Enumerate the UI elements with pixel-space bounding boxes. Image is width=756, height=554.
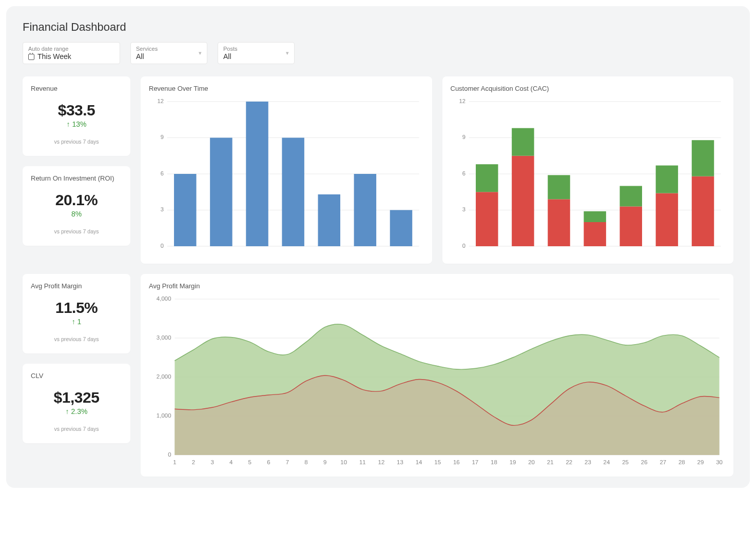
date-range-label: Auto date range bbox=[28, 46, 114, 52]
kpi-delta: ↑ 13% bbox=[31, 120, 122, 128]
svg-text:6: 6 bbox=[267, 459, 270, 465]
svg-text:6: 6 bbox=[161, 170, 164, 176]
svg-text:12: 12 bbox=[158, 98, 164, 104]
svg-rect-13 bbox=[282, 137, 304, 246]
svg-text:2: 2 bbox=[192, 459, 195, 465]
svg-text:0: 0 bbox=[161, 243, 164, 248]
kpi-value: 20.1% bbox=[31, 191, 122, 209]
services-filter[interactable]: Services All ▾ bbox=[130, 42, 207, 64]
svg-text:12: 12 bbox=[459, 98, 466, 104]
kpi-margin: Avg Profit Margin 11.5% ↑ 1 vs previous … bbox=[23, 274, 130, 353]
svg-rect-27 bbox=[476, 192, 498, 246]
svg-text:1: 1 bbox=[173, 459, 176, 465]
svg-rect-15 bbox=[354, 174, 376, 246]
svg-text:0: 0 bbox=[168, 451, 171, 457]
date-range-value: This Week bbox=[37, 52, 71, 61]
svg-text:9: 9 bbox=[462, 134, 465, 140]
svg-text:29: 29 bbox=[697, 459, 704, 465]
svg-text:13: 13 bbox=[397, 459, 403, 465]
svg-rect-38 bbox=[655, 165, 677, 193]
svg-text:2,000: 2,000 bbox=[157, 373, 171, 379]
kpi-title: CLV bbox=[31, 372, 122, 380]
svg-text:11: 11 bbox=[359, 459, 366, 465]
svg-text:19: 19 bbox=[510, 459, 516, 465]
svg-text:26: 26 bbox=[641, 459, 648, 465]
svg-rect-40 bbox=[691, 140, 713, 176]
svg-rect-31 bbox=[548, 199, 570, 246]
svg-text:10: 10 bbox=[340, 459, 347, 465]
chart-title: Customer Acquisition Cost (CAC) bbox=[451, 85, 726, 92]
svg-text:4: 4 bbox=[229, 459, 232, 465]
kpi-column-bottom: Avg Profit Margin 11.5% ↑ 1 vs previous … bbox=[23, 274, 130, 477]
kpi-title: Revenue bbox=[31, 85, 122, 92]
svg-text:20: 20 bbox=[528, 459, 535, 465]
svg-rect-37 bbox=[655, 193, 677, 246]
svg-text:24: 24 bbox=[604, 459, 610, 465]
svg-text:28: 28 bbox=[679, 459, 685, 465]
chart-title: Revenue Over Time bbox=[149, 85, 424, 92]
svg-text:27: 27 bbox=[660, 459, 666, 465]
svg-rect-32 bbox=[548, 175, 570, 199]
services-label: Services bbox=[136, 46, 202, 52]
svg-text:3: 3 bbox=[161, 207, 164, 212]
kpi-delta: ↑ 2.3% bbox=[31, 407, 122, 416]
kpi-value: 11.5% bbox=[31, 299, 122, 316]
svg-text:21: 21 bbox=[547, 459, 554, 465]
kpi-value: $33.5 bbox=[31, 102, 122, 119]
chart-revenue-over-time: Revenue Over Time 036912 bbox=[141, 76, 432, 264]
chart-canvas: 036912 bbox=[451, 96, 726, 255]
chevron-down-icon: ▾ bbox=[199, 50, 202, 56]
date-range-filter[interactable]: Auto date range This Week bbox=[23, 42, 120, 64]
kpi-compare: vs previous 7 days bbox=[31, 426, 122, 432]
page-title: Financial Dashboard bbox=[23, 21, 733, 34]
svg-rect-16 bbox=[390, 210, 412, 246]
kpi-compare: vs previous 7 days bbox=[31, 138, 122, 145]
svg-text:30: 30 bbox=[716, 459, 723, 465]
svg-text:3: 3 bbox=[210, 459, 214, 465]
svg-text:23: 23 bbox=[585, 459, 591, 465]
svg-text:18: 18 bbox=[491, 459, 497, 465]
svg-rect-36 bbox=[619, 186, 642, 206]
svg-text:3,000: 3,000 bbox=[157, 334, 171, 340]
svg-rect-34 bbox=[584, 211, 606, 222]
svg-rect-12 bbox=[246, 102, 268, 246]
svg-text:9: 9 bbox=[161, 134, 164, 140]
svg-text:14: 14 bbox=[416, 459, 422, 465]
services-value: All bbox=[136, 52, 144, 61]
svg-text:5: 5 bbox=[248, 459, 251, 465]
kpi-value: $1,325 bbox=[31, 389, 122, 406]
chevron-down-icon: ▾ bbox=[286, 50, 289, 56]
kpi-delta: 8% bbox=[31, 210, 122, 218]
posts-value: All bbox=[223, 52, 231, 61]
svg-text:17: 17 bbox=[472, 459, 478, 465]
kpi-clv: CLV $1,325 ↑ 2.3% vs previous 7 days bbox=[23, 364, 130, 443]
chart-canvas: 036912 bbox=[149, 96, 424, 255]
svg-text:22: 22 bbox=[566, 459, 572, 465]
svg-text:0: 0 bbox=[462, 243, 465, 248]
svg-rect-28 bbox=[476, 164, 498, 192]
filters-row: Auto date range This Week Services All ▾… bbox=[23, 42, 733, 64]
svg-rect-33 bbox=[584, 222, 606, 246]
svg-rect-35 bbox=[619, 206, 642, 246]
svg-text:3: 3 bbox=[462, 207, 465, 212]
chart-canvas: 01,0002,0003,0004,0001234567891011121314… bbox=[149, 294, 725, 468]
svg-text:8: 8 bbox=[304, 459, 307, 465]
posts-filter[interactable]: Posts All ▾ bbox=[218, 42, 295, 64]
svg-rect-10 bbox=[174, 174, 196, 246]
svg-rect-14 bbox=[318, 194, 340, 246]
svg-text:4,000: 4,000 bbox=[157, 295, 171, 301]
svg-rect-30 bbox=[512, 128, 534, 155]
chart-avg-profit-margin: Avg Profit Margin 01,0002,0003,0004,0001… bbox=[141, 274, 733, 477]
svg-text:1,000: 1,000 bbox=[157, 412, 171, 418]
svg-rect-29 bbox=[512, 155, 534, 246]
kpi-roi: Return On Investment (ROI) 20.1% 8% vs p… bbox=[23, 166, 130, 246]
kpi-revenue: Revenue $33.5 ↑ 13% vs previous 7 days bbox=[23, 76, 130, 156]
svg-rect-39 bbox=[691, 176, 713, 246]
kpi-delta: ↑ 1 bbox=[31, 318, 122, 326]
svg-text:16: 16 bbox=[453, 459, 460, 465]
kpi-title: Return On Investment (ROI) bbox=[31, 174, 122, 182]
chart-cac: Customer Acquisition Cost (CAC) 036912 bbox=[442, 76, 734, 264]
svg-rect-11 bbox=[210, 137, 232, 246]
kpi-compare: vs previous 7 days bbox=[31, 336, 122, 342]
svg-text:25: 25 bbox=[622, 459, 629, 465]
